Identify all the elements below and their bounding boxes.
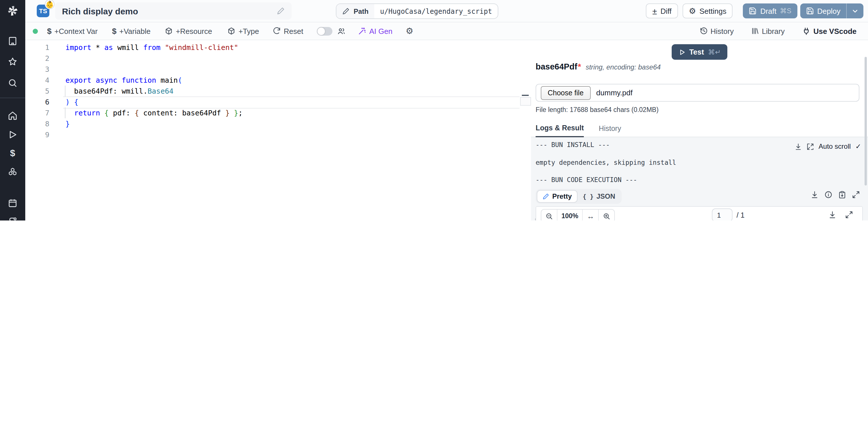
pdf-viewer: 100% ↔ / 1 [536, 206, 863, 220]
zoom-out-icon[interactable] [541, 210, 557, 220]
left-sidebar: $ + ⚙ [0, 0, 25, 220]
schedules-calendar-icon[interactable] [8, 198, 18, 208]
ai-gen-button[interactable]: AI Gen [358, 27, 392, 35]
add-resource-button[interactable]: +Resource [165, 27, 212, 35]
path-chip[interactable]: Path u/HugoCasa/legendary_script [336, 3, 498, 19]
save-floppy-icon [749, 7, 757, 15]
reset-button[interactable]: Reset [273, 27, 303, 35]
edit-path-pencil-icon[interactable] [342, 7, 350, 15]
add-type-button[interactable]: +Type [228, 27, 259, 35]
expand-logs-icon[interactable] [807, 143, 814, 150]
variables-dollar-icon[interactable]: $ [10, 148, 15, 158]
deploy-split-button: Deploy [800, 3, 863, 18]
gear-icon: ⚙ [689, 7, 696, 15]
diff-button[interactable]: ± Diff [646, 3, 678, 18]
plug-icon [802, 27, 811, 35]
pdf-page-total: / 1 [737, 211, 745, 219]
rotate-reset-icon [273, 27, 281, 35]
copy-clipboard-icon[interactable] [838, 190, 846, 199]
pdf-zoom-controls: 100% ↔ [541, 209, 615, 220]
owner-avatar-emoji: 👶 [45, 0, 54, 9]
collaborators-users-icon[interactable] [337, 27, 346, 35]
package-icon [228, 27, 236, 35]
expand-result-icon[interactable] [852, 190, 860, 199]
library-icon [751, 27, 759, 35]
pdf-toolbar: 100% ↔ / 1 [536, 207, 862, 220]
fit-width-icon[interactable]: ↔ [582, 210, 598, 220]
library-button[interactable]: Library [751, 27, 785, 35]
tab-logs-result[interactable]: Logs & Result [536, 124, 584, 137]
tab-history[interactable]: History [599, 125, 621, 137]
test-button[interactable]: Test ⌘↵ [671, 44, 727, 60]
dollar-icon: $ [112, 26, 117, 36]
line-number-gutter: 123456789 [25, 42, 50, 140]
deploy-button[interactable]: Deploy [800, 3, 846, 18]
file-input[interactable]: Choose file dummy.pdf [536, 84, 859, 101]
edit-title-pencil-icon[interactable] [277, 7, 285, 15]
add-variable-button[interactable]: $ +Variable [112, 26, 150, 36]
use-vscode-button[interactable]: Use VScode [802, 27, 857, 35]
pdf-page-input[interactable] [712, 208, 733, 220]
minimap-cursor-mark [522, 95, 529, 96]
favorites-star-icon[interactable] [8, 57, 18, 67]
right-panel: Test ⌘↵ base64Pdf* string, encoding: bas… [531, 40, 868, 220]
editor-toolbar: $ +Context Var $ +Variable +Resource +Ty… [25, 22, 868, 40]
param-name: base64Pdf* [536, 62, 581, 71]
history-clock-icon [700, 27, 708, 35]
top-bar: TS 👶 Rich display demo Path u/HugoCasa/l… [25, 0, 868, 22]
add-context-var-button[interactable]: $ +Context Var [47, 26, 98, 36]
resources-boxes-icon[interactable] [8, 167, 18, 177]
workspace-building-icon[interactable] [8, 36, 18, 46]
settings-button[interactable]: ⚙ Settings [683, 3, 733, 18]
download-result-icon[interactable] [811, 190, 818, 199]
sidebar-divider [0, 98, 25, 98]
pdf-zoom-level: 100% [557, 210, 582, 220]
auto-scroll-label[interactable]: Auto scroll [818, 142, 851, 150]
code-editor[interactable]: 123456789 import * as wmill from "windmi… [25, 40, 532, 220]
windmill-logo-icon[interactable] [6, 5, 19, 17]
home-icon[interactable] [8, 111, 18, 121]
check-icon: ✓ [856, 142, 861, 150]
play-icon [678, 49, 685, 55]
pretty-view-tab[interactable]: Pretty [537, 190, 578, 203]
path-value: u/HugoCasa/legendary_script [374, 7, 498, 15]
zoom-in-icon[interactable] [598, 210, 615, 220]
required-asterisk: * [578, 62, 581, 71]
minimap-slider[interactable] [520, 97, 531, 106]
dollar-icon: $ [47, 26, 52, 36]
result-view-switch: Pretty { } JSON [536, 189, 621, 204]
magic-wand-icon [358, 27, 366, 35]
braces-icon: { } [583, 193, 594, 200]
windmill-script-editor: $ + ⚙ TS [0, 0, 868, 220]
test-kbd: ⌘↵ [708, 48, 721, 56]
draft-button[interactable]: Draft ⌘S [743, 3, 797, 18]
script-title-box[interactable]: Rich display demo [55, 2, 291, 20]
code-lines[interactable]: import * as wmill from "windmill-client"… [65, 42, 518, 140]
package-icon [165, 27, 173, 35]
search-icon[interactable] [8, 78, 18, 88]
flows-route-icon[interactable] [8, 216, 18, 220]
status-dot [33, 28, 38, 34]
editor-settings-gear-icon[interactable]: ⚙ [406, 26, 413, 36]
expand-pdf-icon[interactable] [845, 211, 853, 219]
file-length-info: File length: 17688 base64 chars (0.02MB) [536, 106, 658, 113]
draft-kbd: ⌘S [780, 7, 792, 15]
minimap-overview-ruler[interactable] [520, 40, 531, 220]
deploy-dropdown-chevron[interactable] [846, 3, 863, 18]
page-title: Rich display demo [62, 6, 138, 16]
save-floppy-icon [806, 7, 814, 15]
choose-file-button[interactable]: Choose file [541, 86, 590, 99]
panel-vertical-scrollbar[interactable] [865, 57, 867, 185]
download-pdf-icon[interactable] [828, 211, 836, 219]
info-icon[interactable] [825, 190, 832, 199]
json-view-tab[interactable]: { } JSON [578, 190, 620, 202]
selected-file-name: dummy.pdf [596, 88, 632, 97]
download-logs-icon[interactable] [795, 143, 802, 150]
pen-icon [542, 193, 549, 200]
typescript-badge: TS 👶 [37, 5, 50, 17]
result-tabs: Logs & Result History [531, 123, 868, 137]
history-button[interactable]: History [700, 27, 734, 35]
path-label: Path [353, 7, 369, 15]
runs-play-icon[interactable] [8, 130, 18, 140]
diff-mode-toggle[interactable] [317, 27, 332, 35]
